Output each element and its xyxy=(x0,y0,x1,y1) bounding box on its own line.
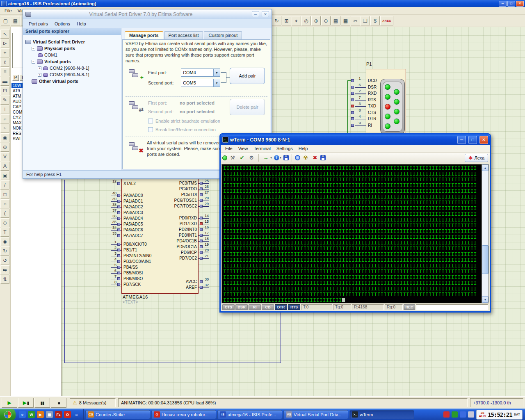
tree-expander[interactable]: − xyxy=(32,47,35,50)
break-line-checkbox[interactable]: Break line/Restore connection xyxy=(148,127,216,132)
signal-ri[interactable]: RI xyxy=(249,304,261,310)
com-led-9 xyxy=(385,123,390,129)
scroll-down-button[interactable]: ▼ xyxy=(482,296,488,303)
checkbox-box[interactable] xyxy=(148,119,153,123)
send-dropdown-icon[interactable]: ▾ xyxy=(269,154,273,162)
pin-stub xyxy=(355,87,366,88)
counter-tq: Tq:0 xyxy=(333,304,351,310)
radiation-icon[interactable]: ☢ xyxy=(301,154,310,162)
clock[interactable]: 28 AUG 15:52:21 SAT xyxy=(476,410,523,420)
task-button-wterm[interactable]: >_wTerm xyxy=(349,410,414,419)
volume-icon[interactable] xyxy=(468,411,474,418)
second-port-select[interactable]: COM5 ▼ xyxy=(181,79,220,87)
wterm-menu-item-help[interactable]: Help xyxy=(296,145,311,152)
wterm-menu-item-settings[interactable]: Settings xyxy=(274,145,296,152)
tree-item-physical-ports[interactable]: −Physical ports xyxy=(24,45,120,52)
tab-port-access-list[interactable]: Port access list xyxy=(164,31,203,39)
show-desktop-icon[interactable]: ▦ xyxy=(46,411,53,418)
scrollbar-thumb[interactable] xyxy=(482,245,488,274)
maximize-button[interactable]: □ xyxy=(468,136,477,144)
connect-icon[interactable] xyxy=(222,155,227,160)
send-icon[interactable]: → xyxy=(262,154,270,162)
task-button-counter-strike[interactable]: CSCounter-Strike xyxy=(85,410,150,419)
vspd-menu-item-port-pairs[interactable]: Port pairs xyxy=(25,21,51,27)
tree-item-com1[interactable]: COM1 xyxy=(24,52,120,58)
close-button[interactable]: ✕ xyxy=(262,11,269,17)
signal-cd[interactable]: CD xyxy=(262,304,274,310)
vspd-menu-item-options[interactable]: Options xyxy=(51,21,73,27)
strict-baudrate-checkbox[interactable]: Enable strict baudrate emulation xyxy=(148,119,220,123)
task-button-virtual-serial-port-driv[interactable]: VSVirtual Serial Port Driv... xyxy=(283,410,348,419)
tree-item-com2-9600-n-8-1[interactable]: +COM2 [9600-N-8-1] xyxy=(24,65,120,71)
port-setup-icon[interactable]: ⚒ xyxy=(228,154,237,162)
info-dropdown-icon[interactable]: ▾ xyxy=(279,154,282,162)
quick-launch-overflow[interactable]: » xyxy=(73,411,80,418)
filezilla-icon[interactable]: Fz xyxy=(55,411,62,418)
tree-item-other-virtual-ports[interactable]: Other virtual ports xyxy=(24,78,120,84)
scroll-up-button[interactable]: ▲ xyxy=(482,164,488,171)
signal-dsr[interactable]: DSR xyxy=(235,304,248,310)
pin-stub xyxy=(355,94,366,94)
task-button-atmega16-isis-profe[interactable]: ISatmega16 - ISIS Profe... xyxy=(217,410,282,419)
wterm-menu-item-view[interactable]: View xyxy=(235,145,251,152)
custom-macro-label: Леха xyxy=(474,155,484,160)
delete-pair-button[interactable]: Delete pair xyxy=(230,99,265,115)
pin-number: 8 xyxy=(107,280,116,284)
pin-number: 5 xyxy=(107,263,116,267)
terminal-scrollbar[interactable]: ▲ ▼ xyxy=(482,164,488,303)
pin-label: PA0/ADC0 xyxy=(123,193,143,198)
settings-gear-icon[interactable]: ⚙ xyxy=(247,154,256,162)
wterm-menu-item-terminal[interactable]: Terminal xyxy=(251,145,274,152)
clear-icon[interactable]: ✖ xyxy=(311,154,319,162)
webmoney-icon[interactable]: W xyxy=(28,411,35,418)
pin-number: 40 xyxy=(107,191,116,195)
first-port-select[interactable]: COM4 ▼ xyxy=(181,68,220,77)
checkbox-box[interactable] xyxy=(148,127,153,132)
pin-state-indicator xyxy=(200,286,203,289)
record-button[interactable]: REC xyxy=(404,304,415,310)
apply-icon[interactable]: ✔ xyxy=(238,154,246,162)
web-icon[interactable] xyxy=(295,155,300,160)
webmoney-tray-icon[interactable] xyxy=(452,411,458,418)
task-button-новая-тема-у-robofor[interactable]: OНовая тема у robofor... xyxy=(151,410,216,419)
pin-label: PC5/TDI xyxy=(156,192,197,197)
browser-icon[interactable]: e xyxy=(19,411,26,418)
tab-manage-ports[interactable]: Manage ports xyxy=(125,31,163,39)
tab-custom-pinout[interactable]: Custom pinout xyxy=(204,31,242,39)
tree-item-com3-9600-n-8-1[interactable]: +COM3 [9600-N-8-1] xyxy=(24,71,120,78)
wterm-menu-item-file[interactable]: File xyxy=(222,145,235,152)
tree-expander[interactable]: + xyxy=(38,66,41,70)
start-button[interactable] xyxy=(0,409,16,420)
signal-cts[interactable]: CTS xyxy=(222,304,235,310)
add-pair-button[interactable]: Add pair xyxy=(230,68,265,84)
dropdown-arrow-icon[interactable]: ▼ xyxy=(213,69,220,76)
vspd-menu-item-help[interactable]: Help xyxy=(73,21,89,27)
save-log-icon[interactable] xyxy=(320,155,326,160)
close-button[interactable]: ✕ xyxy=(479,136,488,144)
dropdown-arrow-icon[interactable]: ▼ xyxy=(213,79,220,87)
network-icon[interactable] xyxy=(460,411,466,418)
pin-number: 35 xyxy=(107,220,116,224)
tree-item-virtual-serial-port-driver[interactable]: Virtual Serial Port Driver xyxy=(24,39,120,45)
signal-rts[interactable]: RTS xyxy=(288,304,300,310)
terminal-screen[interactable]: IIIIIIIIIIIIIIIIIIIIIIIIIIIIIIIIIIIIIIII… xyxy=(221,164,489,303)
custom-macro-button[interactable]: ✱ Леха xyxy=(465,154,488,162)
opera-icon[interactable]: O xyxy=(64,411,71,418)
pin-state-indicator xyxy=(200,251,203,254)
quick-launch-bar: eW▶▦FzO» xyxy=(16,409,84,420)
tree-expander[interactable]: − xyxy=(32,60,35,64)
pin-label: PC4/TDO xyxy=(156,187,197,191)
tree-item-virtual-ports[interactable]: −Virtual ports xyxy=(24,58,120,65)
tree-expander[interactable]: + xyxy=(38,73,41,77)
terminal-line: IIIIIIIIIIIIIIIIIIIIIIIIIIIIIIIIIIIIIIII… xyxy=(223,194,481,200)
pin-label: PA3/ADC3 xyxy=(123,210,143,215)
minimize-button[interactable]: ─ xyxy=(252,11,259,17)
capture-save-icon[interactable] xyxy=(283,155,289,160)
antivirus-icon[interactable] xyxy=(443,411,450,418)
connector-reference: P1 xyxy=(366,62,372,66)
wterm-app-icon: >_ xyxy=(222,137,228,143)
minimize-button[interactable]: ─ xyxy=(457,136,466,144)
media-player-icon[interactable]: ▶ xyxy=(37,411,44,418)
pin-label: RXD xyxy=(368,91,377,96)
signal-dtr[interactable]: DTR xyxy=(275,304,287,310)
